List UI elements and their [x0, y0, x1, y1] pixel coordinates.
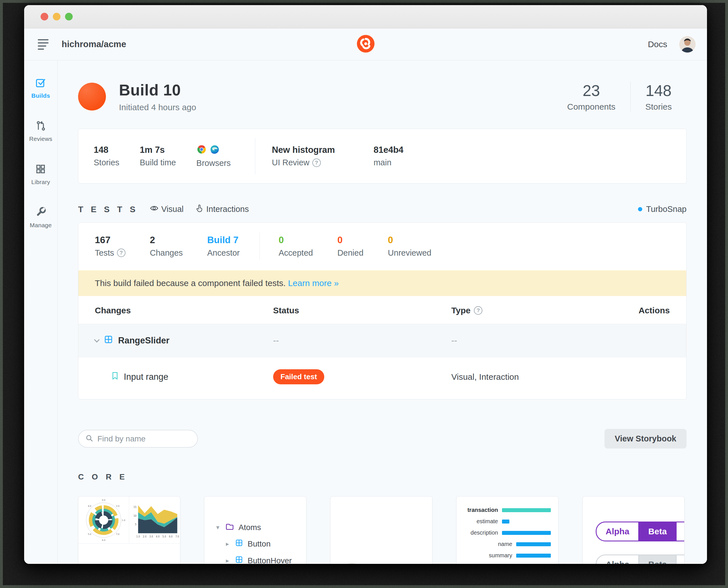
col-changes: Changes — [95, 306, 273, 315]
chevron-right-icon: ▸ — [224, 540, 231, 548]
help-icon[interactable]: ? — [312, 159, 321, 167]
svg-text:1.0: 1.0 — [136, 536, 140, 538]
tree-folder-row[interactable]: ▾ Atoms — [215, 523, 306, 532]
snapshot-card-user[interactable]: Tom Coleman domyen — [330, 496, 432, 564]
segment-gamma[interactable]: Gamma — [676, 522, 685, 541]
interactions-toggle[interactable]: Interactions — [196, 204, 249, 214]
build-initiated: Initiated 4 hours ago — [119, 103, 196, 112]
svg-text:4.0: 4.0 — [88, 504, 91, 507]
pointer-icon — [196, 204, 204, 214]
build-summary-card: 148 Stories 1m 7s Build time — [78, 129, 687, 184]
help-icon[interactable]: ? — [117, 249, 126, 257]
schema-row: estimate — [459, 518, 551, 525]
search-box[interactable] — [78, 430, 198, 448]
component-icon — [235, 555, 243, 564]
snapshot-card-tree[interactable]: ▾ Atoms ▸ — [204, 496, 306, 564]
chromatic-logo[interactable] — [357, 35, 375, 54]
review-title-link[interactable]: New histogram — [272, 145, 335, 155]
sidebar-item-manage[interactable]: Manage — [30, 207, 52, 229]
minimize-icon[interactable] — [53, 13, 61, 20]
component-icon — [104, 335, 113, 346]
chevron-down-icon: ▾ — [215, 524, 221, 531]
svg-text:7.0: 7.0 — [116, 533, 120, 536]
tree-item-label: ButtonHover — [248, 556, 292, 564]
learn-more-link[interactable]: Learn more » — [288, 278, 339, 288]
tree-item-row[interactable]: ▸ ButtonHover — [224, 555, 306, 564]
snapshot-card-charts[interactable]: 0.02.01.07.06.05.04.0 510151.02.03.04.05… — [78, 496, 180, 564]
col-actions: Actions — [613, 306, 670, 315]
schema-row: description — [459, 529, 551, 536]
visual-toggle[interactable]: Visual — [150, 204, 184, 214]
manage-wrench-icon — [35, 207, 46, 219]
component-icon — [235, 539, 243, 549]
segmented-control-disabled: Alpha Beta Gamma — [596, 554, 685, 564]
snapshot-card-schema[interactable]: transactionestimatedescriptionnamesummar… — [456, 496, 558, 564]
tests-heading: T E S T S — [78, 205, 138, 214]
summary-browsers: Browsers — [196, 144, 231, 168]
divider — [255, 138, 255, 174]
segment-beta[interactable]: Beta — [638, 522, 676, 541]
unreviewed-count: 0 Unreviewed — [388, 235, 431, 258]
commit-hash-link[interactable]: 81e4b4 — [374, 145, 404, 155]
stories-stat: 148 Stories — [630, 82, 687, 112]
snapshot-card-segmented[interactable]: Alpha Beta Gamma Alpha Beta Gamma — [582, 496, 685, 564]
svg-text:7.0: 7.0 — [175, 536, 178, 538]
sidebar-item-library[interactable]: Library — [31, 163, 50, 186]
sidebar-item-builds[interactable]: Builds — [31, 77, 50, 99]
tree-folder-label: Atoms — [238, 523, 261, 532]
table-row-story[interactable]: Input range Failed test Visual, Interact… — [78, 357, 686, 399]
hamburger-icon[interactable] — [38, 39, 51, 50]
sidebar-item-reviews[interactable]: Reviews — [29, 120, 52, 142]
svg-text:2.0: 2.0 — [143, 536, 147, 538]
segmented-control-primary: Alpha Beta Gamma — [596, 522, 685, 541]
build-status-avatar — [78, 83, 106, 110]
changes-count: 2 Changes — [150, 235, 183, 258]
sidebar-item-label: Manage — [30, 222, 52, 229]
tests-toolbar: T E S T S Visual — [78, 204, 687, 214]
table-row-component[interactable]: RangeSlider -- -- — [78, 324, 686, 357]
sidebar: Builds Reviews — [24, 61, 58, 564]
story-name: Input range — [124, 372, 168, 382]
chrome-icon — [196, 144, 207, 156]
segment-beta[interactable]: Beta — [638, 555, 676, 564]
segment-gamma[interactable]: Gamma — [676, 555, 685, 564]
zoom-icon[interactable] — [65, 13, 73, 20]
sidebar-item-label: Builds — [31, 92, 50, 99]
build-header: Build 10 Initiated 4 hours ago 23 Compon… — [78, 81, 687, 112]
svg-text:6.0: 6.0 — [169, 536, 172, 538]
schema-bars: transactionestimatedescriptionnamesummar… — [459, 507, 551, 564]
schema-row: name — [459, 541, 551, 547]
schema-row: summary — [459, 552, 551, 559]
chevron-down-icon[interactable] — [94, 337, 100, 342]
turbosnap-indicator[interactable]: TurboSnap — [638, 205, 687, 214]
segment-alpha[interactable]: Alpha — [597, 522, 638, 541]
sidebar-item-label: Library — [31, 179, 50, 186]
svg-text:4.0: 4.0 — [156, 536, 159, 538]
accepted-count: 0 Accepted — [279, 235, 313, 258]
help-icon[interactable]: ? — [474, 306, 483, 315]
search-input[interactable] — [98, 434, 191, 443]
ancestor-build: Build 7 Ancestor — [207, 235, 240, 258]
finder-row: View Storybook — [78, 429, 687, 448]
svg-text:0.0: 0.0 — [102, 499, 105, 501]
ui-review-link: New histogram UI Review ? — [272, 145, 335, 167]
svg-text:5: 5 — [135, 523, 136, 526]
search-icon — [85, 434, 93, 443]
org-breadcrumb[interactable]: hichroma/acme — [62, 39, 126, 49]
folder-icon — [226, 523, 234, 532]
tree-item-label: Button — [248, 540, 271, 548]
ancestor-link[interactable]: Build 7 — [207, 235, 240, 246]
polar-chart-thumbnail: 0.02.01.07.06.05.04.0 — [78, 497, 129, 544]
main-content: Build 10 Initiated 4 hours ago 23 Compon… — [58, 61, 707, 564]
segment-alpha[interactable]: Alpha — [597, 555, 638, 564]
view-storybook-button[interactable]: View Storybook — [604, 429, 687, 448]
tree-item-row[interactable]: ▸ Button — [224, 539, 306, 549]
divider — [259, 232, 260, 260]
docs-link[interactable]: Docs — [648, 40, 667, 49]
col-type: Type ? — [451, 306, 613, 315]
build-failed-banner: This build failed because a component fa… — [78, 270, 686, 296]
schema-row: id — [459, 564, 551, 564]
schema-row: transaction — [459, 507, 551, 513]
user-avatar[interactable] — [679, 36, 695, 52]
close-icon[interactable] — [41, 13, 48, 20]
